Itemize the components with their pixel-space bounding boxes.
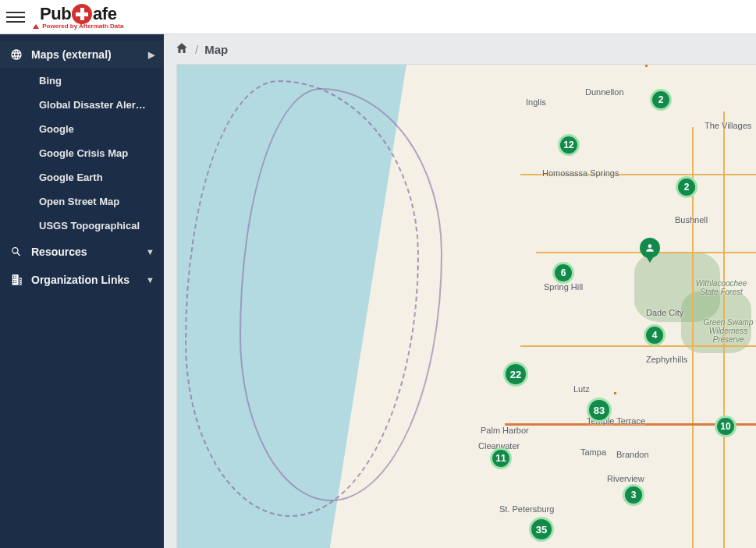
sidebar-group-maps[interactable]: Maps (external) ▶ bbox=[0, 41, 164, 69]
map-cluster-marker[interactable]: 35 bbox=[529, 517, 554, 542]
map-road-layer bbox=[177, 65, 756, 548]
map-place-label: Lutz bbox=[573, 384, 590, 394]
map-place-label: Riverview bbox=[607, 474, 644, 483]
sidebar-item-map-0[interactable]: Bing bbox=[31, 69, 164, 93]
logo-cross-icon bbox=[72, 4, 92, 24]
map-place-label: Homosassa Springs bbox=[542, 168, 619, 178]
map-place-label: Brandon bbox=[616, 450, 649, 459]
breadcrumb-separator: / bbox=[195, 43, 198, 56]
map-cluster-marker[interactable]: 4 bbox=[644, 324, 665, 346]
chevron-down-icon: ▼ bbox=[146, 247, 154, 256]
map-place-label: Dunnellon bbox=[585, 87, 624, 97]
sidebar-item-map-3[interactable]: Google Crisis Map bbox=[31, 141, 164, 165]
sidebar-group-orglinks-label: Organization Links bbox=[31, 274, 146, 286]
sidebar-item-map-1[interactable]: Global Disaster Aler… bbox=[31, 93, 164, 117]
magnify-icon bbox=[9, 246, 23, 258]
home-icon bbox=[175, 41, 189, 55]
sidebar-maps-submenu: BingGlobal Disaster Aler…GoogleGoogle Cr… bbox=[0, 69, 164, 238]
sidebar-item-map-5[interactable]: Open Street Map bbox=[31, 189, 164, 214]
map-cluster-marker[interactable]: 22 bbox=[503, 362, 528, 387]
app-logo[interactable]: Pub afe Powered by Aftermath Data bbox=[33, 4, 123, 30]
chevron-down-icon: ▼ bbox=[146, 275, 154, 285]
map-cluster-marker[interactable]: 2 bbox=[650, 89, 672, 111]
sidebar-item-map-6[interactable]: USGS Topographical bbox=[31, 214, 164, 238]
sidebar-group-resources-label: Resources bbox=[31, 246, 146, 258]
map-cluster-marker[interactable]: 12 bbox=[558, 134, 580, 156]
map-place-label: Dade City bbox=[646, 308, 683, 317]
breadcrumb-home-link[interactable] bbox=[175, 41, 189, 58]
user-icon bbox=[644, 242, 655, 253]
map-user-marker[interactable] bbox=[640, 238, 660, 258]
logo-text-1: Pub bbox=[40, 4, 71, 24]
logo-tagline-icon bbox=[33, 24, 39, 29]
map-natural-label: Withlacoochee State Forest bbox=[687, 279, 756, 296]
map-place-label: The Villages bbox=[705, 121, 751, 130]
map-cluster-marker[interactable]: 6 bbox=[552, 262, 574, 284]
map-cluster-marker[interactable]: 83 bbox=[587, 398, 612, 422]
logo-text-2: afe bbox=[93, 4, 116, 24]
map-cluster-marker[interactable]: 10 bbox=[715, 415, 736, 437]
map-place-label: St. Petersburg bbox=[499, 504, 554, 514]
sidebar-group-orglinks[interactable]: Organization Links ▼ bbox=[0, 266, 164, 294]
breadcrumb-current: Map bbox=[204, 43, 228, 56]
sidebar-item-map-4[interactable]: Google Earth bbox=[31, 165, 164, 189]
sidebar-group-maps-label: Maps (external) bbox=[31, 48, 148, 61]
map-place-label: Palm Harbor bbox=[481, 426, 529, 435]
map-natural-label: Green Swamp Wilderness Preserve bbox=[701, 318, 756, 344]
map-canvas[interactable]: InglisDunnellonHomosassa SpringsBushnell… bbox=[177, 65, 756, 548]
breadcrumb: / Map bbox=[164, 34, 756, 64]
map-cluster-marker[interactable]: 11 bbox=[490, 447, 512, 469]
sidebar: Maps (external) ▶ BingGlobal Disaster Al… bbox=[0, 34, 164, 548]
map-cluster-marker[interactable]: 3 bbox=[623, 484, 644, 506]
chevron-right-icon: ▶ bbox=[148, 50, 154, 60]
globe-icon bbox=[9, 48, 23, 61]
sidebar-item-map-2[interactable]: Google bbox=[31, 117, 164, 141]
map-cluster-marker[interactable]: 2 bbox=[676, 176, 697, 198]
map-place-label: Zephyrhills bbox=[646, 355, 687, 364]
sidebar-group-resources[interactable]: Resources ▼ bbox=[0, 238, 164, 266]
map-place-label: Bushnell bbox=[675, 215, 708, 225]
building-icon bbox=[9, 274, 23, 286]
map-place-label: Tampa bbox=[580, 447, 606, 457]
menu-toggle-button[interactable] bbox=[6, 8, 25, 27]
map-place-label: Inglis bbox=[526, 97, 546, 107]
